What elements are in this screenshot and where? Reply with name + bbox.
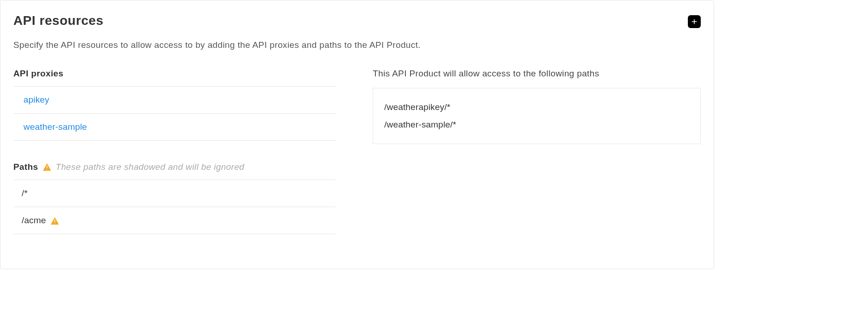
path-text: /acme [22, 215, 46, 226]
proxy-link[interactable]: weather-sample [13, 114, 336, 141]
svg-rect-2 [54, 220, 55, 222]
paths-warning-note: These paths are shadowed and will be ign… [56, 162, 245, 172]
svg-rect-0 [47, 166, 47, 168]
section-title: API resources [13, 13, 104, 28]
api-proxies-section: API proxies apikeyweather-sample [13, 69, 336, 141]
svg-rect-1 [47, 169, 47, 169]
paths-list: /*/acme [13, 179, 336, 234]
allowed-path: /weather-sample/* [384, 116, 689, 133]
paths-section: Paths These paths are shadowed and will … [13, 162, 336, 234]
add-resource-button[interactable] [688, 15, 701, 28]
api-proxies-list: apikeyweather-sample [13, 86, 336, 141]
api-proxies-heading: API proxies [13, 69, 336, 86]
allowed-path: /weatherapikey/* [384, 98, 689, 116]
warning-icon [51, 217, 59, 224]
api-resources-panel: API resources Specify the API resources … [0, 0, 714, 269]
plus-icon [690, 17, 698, 26]
allowed-paths-heading: This API Product will allow access to th… [373, 69, 701, 79]
allowed-paths-box: /weatherapikey/*/weather-sample/* [373, 88, 701, 144]
path-text: /* [22, 188, 28, 198]
warning-icon [43, 163, 51, 171]
path-item: /* [13, 180, 336, 207]
svg-rect-3 [54, 223, 55, 223]
paths-heading: Paths [13, 162, 38, 172]
section-description: Specify the API resources to allow acces… [13, 40, 701, 50]
proxy-link[interactable]: apikey [13, 87, 336, 114]
path-item: /acme [13, 207, 336, 234]
